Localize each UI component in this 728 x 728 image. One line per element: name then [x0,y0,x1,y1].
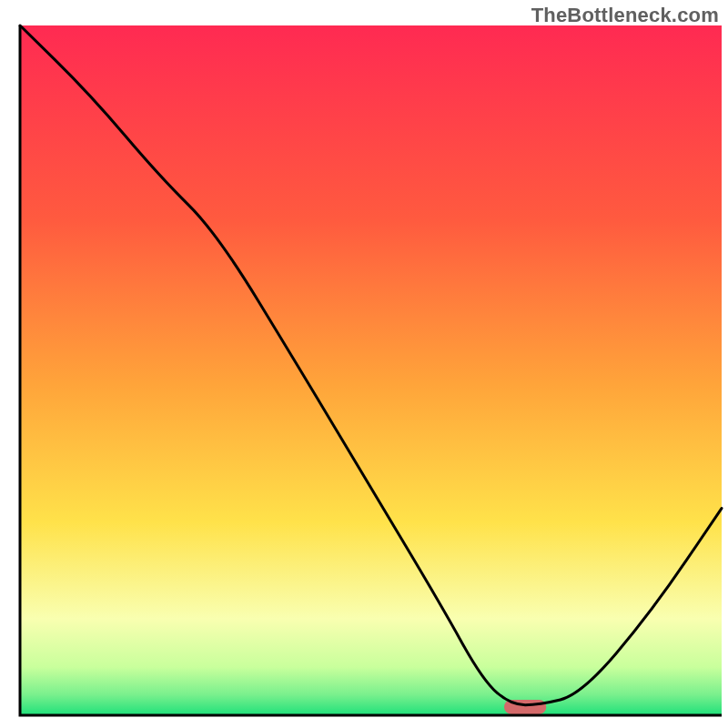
chart-container: TheBottleneck.com [0,0,728,728]
gradient-background [20,25,722,715]
watermark-text: TheBottleneck.com [531,4,719,27]
bottleneck-chart [0,0,728,728]
